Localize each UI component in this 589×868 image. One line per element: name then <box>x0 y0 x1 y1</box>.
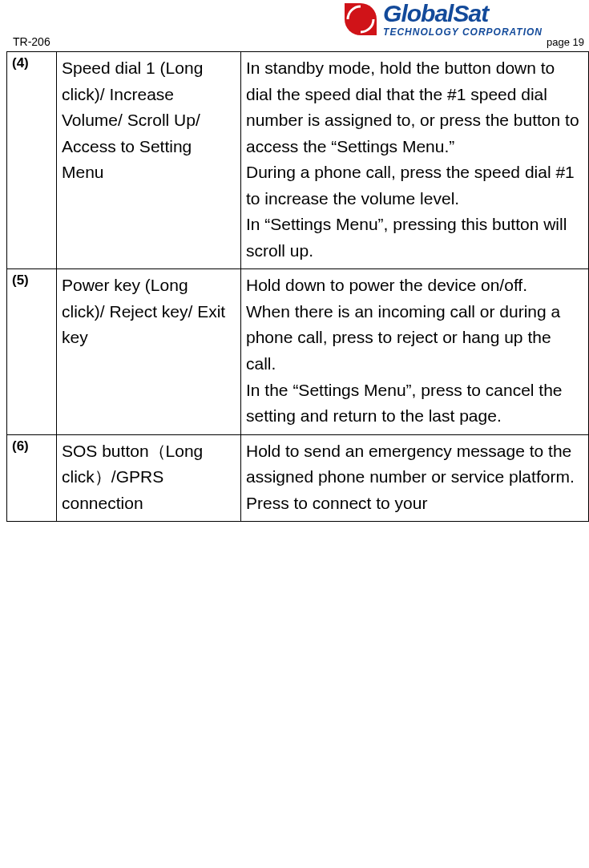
row-number: (5) <box>7 269 57 434</box>
button-description: In standby mode, hold the button down to… <box>241 52 589 269</box>
brand-name: GlobalSat <box>383 2 543 26</box>
table-row: (4) Speed dial 1 (Long click)/ Increase … <box>7 52 589 269</box>
page-number: page 19 <box>547 36 584 48</box>
row-number: (4) <box>7 52 57 269</box>
document-id: TR-206 <box>13 35 50 48</box>
globalsat-logo-icon <box>343 2 378 37</box>
button-description: Hold to send an emergency message to the… <box>241 434 589 522</box>
brand-logo-block: GlobalSat TECHNOLOGY CORPORATION <box>343 2 543 37</box>
page-container: TR-206 GlobalSat TECHNOLOGY CORPORATION <box>0 0 589 522</box>
button-name: SOS button（Long click）/GPRS connection <box>57 434 241 522</box>
row-number: (6) <box>7 434 57 522</box>
button-description-table: (4) Speed dial 1 (Long click)/ Increase … <box>6 51 589 522</box>
page-header: TR-206 GlobalSat TECHNOLOGY CORPORATION <box>0 0 589 50</box>
brand-text: GlobalSat TECHNOLOGY CORPORATION <box>383 2 543 37</box>
table-row: (6) SOS button（Long click）/GPRS connecti… <box>7 434 589 522</box>
button-name: Power key (Long click)/ Reject key/ Exit… <box>57 269 241 434</box>
table-row: (5) Power key (Long click)/ Reject key/ … <box>7 269 589 434</box>
button-name: Speed dial 1 (Long click)/ Increase Volu… <box>57 52 241 269</box>
brand-subtitle: TECHNOLOGY CORPORATION <box>383 27 543 37</box>
button-description: Hold down to power the device on/off. Wh… <box>241 269 589 434</box>
